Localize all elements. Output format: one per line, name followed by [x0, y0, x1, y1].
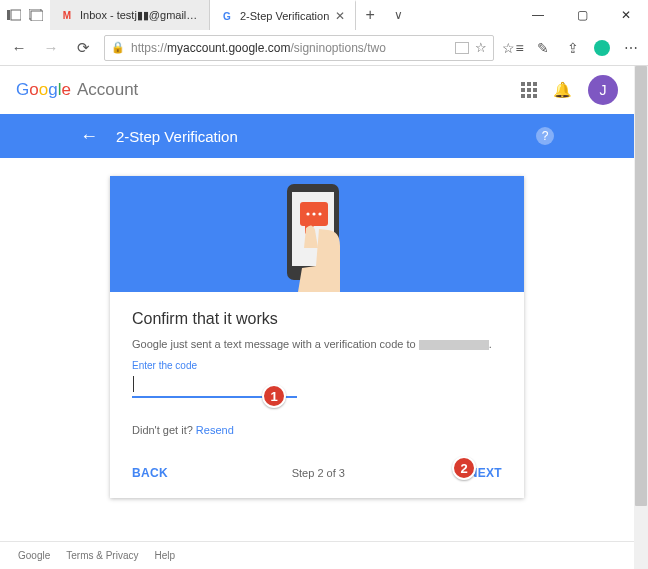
tab-list-icon[interactable]	[28, 7, 44, 23]
step-indicator: Step 2 of 3	[168, 467, 469, 479]
scrollbar-thumb[interactable]	[635, 66, 647, 506]
tab-2sv[interactable]: G 2-Step Verification ✕	[210, 0, 356, 30]
close-window-button[interactable]: ✕	[604, 0, 648, 30]
bluebar-title: 2-Step Verification	[116, 128, 238, 145]
reading-view-icon[interactable]	[455, 42, 469, 54]
svg-rect-3	[31, 11, 43, 21]
notes-icon[interactable]: ✎	[534, 39, 552, 57]
footer-terms-link[interactable]: Terms & Privacy	[66, 550, 138, 561]
page-bluebar: ← 2-Step Verification ?	[0, 114, 634, 158]
page-content: Google Account 🔔 J ← 2-Step Verification…	[0, 66, 648, 569]
tab-label: 2-Step Verification	[240, 10, 329, 22]
card-illustration	[110, 176, 524, 292]
svg-rect-1	[11, 10, 21, 20]
avatar[interactable]: J	[588, 75, 618, 105]
svg-point-9	[312, 212, 315, 215]
maximize-button[interactable]: ▢	[560, 0, 604, 30]
url-text: https://myaccount.google.com/signinoptio…	[131, 41, 449, 55]
svg-point-10	[318, 212, 321, 215]
tab-aside-icon[interactable]	[6, 7, 22, 23]
card-description: Google just sent a text message with a v…	[132, 338, 502, 350]
tab-label: Inbox - testj▮▮@gmail.co	[80, 9, 199, 22]
annotation-marker-2: 2	[452, 456, 476, 480]
bluebar-back-icon[interactable]: ←	[80, 126, 98, 147]
svg-point-8	[306, 212, 309, 215]
resend-link[interactable]: Resend	[196, 424, 234, 436]
favorites-hub-icon[interactable]: ☆≡	[504, 39, 522, 57]
favorite-icon[interactable]: ☆	[475, 40, 487, 55]
footer-google-link[interactable]: Google	[18, 550, 50, 561]
gmail-favicon: M	[60, 8, 74, 22]
svg-rect-0	[7, 10, 10, 20]
verification-card: Confirm that it works Google just sent a…	[110, 176, 524, 498]
share-icon[interactable]: ⇪	[564, 39, 582, 57]
scrollbar[interactable]	[634, 66, 648, 569]
back-button[interactable]: BACK	[132, 466, 168, 480]
footer-help-link[interactable]: Help	[154, 550, 175, 561]
resend-row: Didn't get it? Resend	[132, 424, 502, 436]
tab-actions-icon[interactable]: ∨	[384, 0, 412, 30]
google-account-logo[interactable]: Google Account	[16, 80, 138, 100]
redacted-phone	[419, 340, 489, 350]
apps-icon[interactable]	[521, 82, 537, 98]
tab-gmail-inbox[interactable]: M Inbox - testj▮▮@gmail.co	[50, 0, 210, 30]
card-title: Confirm that it works	[132, 310, 502, 328]
extension-icon[interactable]	[594, 40, 610, 56]
account-label: Account	[77, 80, 138, 100]
address-bar: ← → ⟳ 🔒 https://myaccount.google.com/sig…	[0, 30, 648, 66]
lock-icon: 🔒	[111, 41, 125, 54]
code-field-label: Enter the code	[132, 360, 502, 371]
google-favicon: G	[220, 9, 234, 23]
minimize-button[interactable]: —	[516, 0, 560, 30]
notifications-icon[interactable]: 🔔	[553, 81, 572, 99]
help-icon[interactable]: ?	[536, 127, 554, 145]
page-footer: Google Terms & Privacy Help	[0, 541, 634, 569]
new-tab-button[interactable]: +	[356, 0, 384, 30]
google-logo: Google	[16, 80, 71, 100]
annotation-marker-1: 1	[262, 384, 286, 408]
nav-forward-button: →	[40, 37, 62, 59]
tab-strip: M Inbox - testj▮▮@gmail.co G 2-Step Veri…	[50, 0, 516, 30]
more-icon[interactable]: ⋯	[622, 39, 640, 57]
nav-back-button[interactable]: ←	[8, 37, 30, 59]
nav-refresh-button[interactable]: ⟳	[72, 37, 94, 59]
google-header: Google Account 🔔 J	[0, 66, 634, 114]
window-titlebar: M Inbox - testj▮▮@gmail.co G 2-Step Veri…	[0, 0, 648, 30]
url-field[interactable]: 🔒 https://myaccount.google.com/signinopt…	[104, 35, 494, 61]
close-tab-icon[interactable]: ✕	[335, 9, 345, 23]
